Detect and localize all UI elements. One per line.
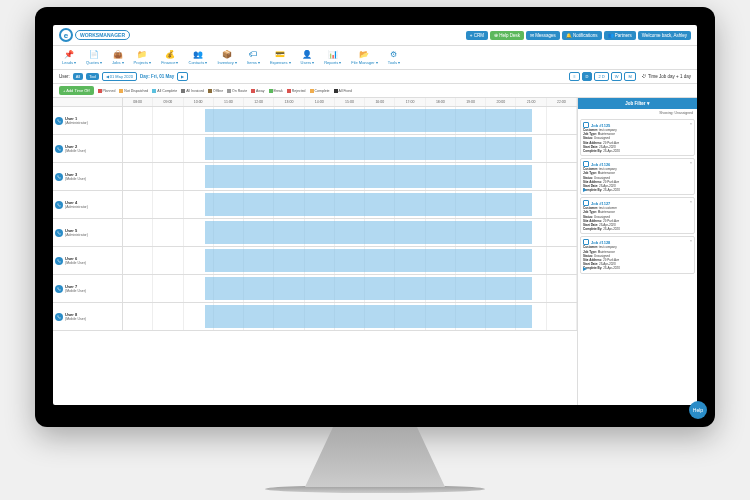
job-filter-header[interactable]: Job Filter ▾: [578, 98, 697, 109]
schedule-row: User 4(Administrator): [53, 191, 577, 219]
time-header-cell: 16:00: [365, 98, 395, 106]
legend-item-6: Away: [251, 89, 265, 93]
legend-item-1: Not Dispatched: [119, 89, 148, 93]
schedule-row: User 6(Mobile User): [53, 247, 577, 275]
legend-item-8: Rejected: [287, 89, 306, 93]
phone-icon: [55, 257, 63, 265]
legend-item-2: All Complete: [152, 89, 177, 93]
play-icon[interactable]: [583, 267, 587, 271]
view-segment-1[interactable]: D: [582, 72, 593, 81]
top-button-5[interactable]: Welcome back, Ashley: [638, 31, 691, 40]
view-segment-3[interactable]: W: [611, 72, 623, 81]
user-cell[interactable]: User 7(Mobile User): [53, 275, 123, 302]
time-header-cell: 13:00: [274, 98, 304, 106]
schedule-row: User 1(Administrator): [53, 107, 577, 135]
nav-contacts[interactable]: 👥Contacts ▾: [186, 49, 211, 66]
job-card[interactable]: ×Job #1128Customer: test companyJob Type…: [580, 236, 695, 273]
time-header-cell: 20:00: [486, 98, 516, 106]
schedule-row: User 8(Mobile User): [53, 303, 577, 331]
nav-items[interactable]: 🏷Items ▾: [244, 49, 263, 66]
user-cell[interactable]: User 3(Mobile User): [53, 163, 123, 190]
user-cell[interactable]: User 4(Administrator): [53, 191, 123, 218]
top-button-2[interactable]: ✉ Messages: [526, 31, 560, 40]
schedule-slots[interactable]: [123, 135, 577, 162]
phone-icon: [55, 173, 63, 181]
nav-tools[interactable]: ⚙Tools ▾: [385, 49, 403, 66]
phone-icon: [55, 145, 63, 153]
phone-icon: [55, 117, 63, 125]
top-button-4[interactable]: 👥 Partners: [604, 31, 636, 40]
view-segment-0[interactable]: ≡: [569, 72, 579, 81]
availability-bar: [205, 137, 532, 160]
phone-icon: [55, 229, 63, 237]
schedule-slots[interactable]: [123, 275, 577, 302]
legend-item-10: All Fixed: [334, 89, 352, 93]
schedule-slots[interactable]: [123, 107, 577, 134]
nav-projects[interactable]: 📁Projects ▾: [131, 49, 155, 66]
time-header-cell: 09:00: [153, 98, 183, 106]
time-job-label: ⏱ Time Job day + 1 day: [642, 74, 691, 79]
nav-quotes[interactable]: 📄Quotes ▾: [83, 49, 105, 66]
availability-bar: [205, 165, 532, 188]
date-prev-button[interactable]: ◀ 01 May 2020: [102, 72, 137, 81]
nav-leads[interactable]: 📌Leads ▾: [59, 49, 79, 66]
view-segment-4[interactable]: M: [624, 72, 635, 81]
user-cell[interactable]: User 2(Mobile User): [53, 135, 123, 162]
nav-inventory[interactable]: 📦Inventory ▾: [214, 49, 240, 66]
schedule-slots[interactable]: [123, 163, 577, 190]
nav-expenses[interactable]: 💳Expenses ▾: [267, 49, 294, 66]
availability-bar: [205, 221, 532, 244]
nav-finance[interactable]: 💰Finance ▾: [158, 49, 181, 66]
date-next-button[interactable]: ▶: [177, 72, 188, 81]
time-header-cell: 15:00: [335, 98, 365, 106]
time-header-cell: 18:00: [426, 98, 456, 106]
legend-item-4: Offline: [208, 89, 223, 93]
user-tod-button[interactable]: Tod: [86, 73, 98, 80]
close-icon[interactable]: ×: [690, 121, 692, 126]
view-segment-2[interactable]: 2 D: [594, 72, 608, 81]
legend-item-0: Planned: [98, 89, 116, 93]
user-cell[interactable]: User 8(Mobile User): [53, 303, 123, 330]
close-icon[interactable]: ×: [690, 238, 692, 243]
schedule-slots[interactable]: [123, 303, 577, 330]
user-cell[interactable]: User 6(Mobile User): [53, 247, 123, 274]
schedule-slots[interactable]: [123, 247, 577, 274]
showing-label: Showing: Unassigned: [578, 109, 697, 117]
logo-text: WORKSMANAGER: [75, 30, 130, 40]
nav-reports[interactable]: 📊Reports ▾: [321, 49, 344, 66]
close-icon[interactable]: ×: [690, 160, 692, 165]
job-card[interactable]: ×Job #1127Customer: test customerJob Typ…: [580, 197, 695, 234]
schedule-slots[interactable]: [123, 219, 577, 246]
time-header-cell: 08:00: [123, 98, 153, 106]
job-card[interactable]: ×Job #1125Customer: test companyJob Type…: [580, 119, 695, 156]
top-button-0[interactable]: + CRM: [466, 31, 488, 40]
legend-item-3: All Invoiced: [181, 89, 204, 93]
top-button-1[interactable]: ⊕ Help Desk: [490, 31, 524, 40]
user-all-button[interactable]: All: [73, 73, 83, 80]
nav-users[interactable]: 👤Users ▾: [298, 49, 318, 66]
add-time-off-button[interactable]: + Add Time Off: [59, 86, 94, 95]
user-filter-label: User:: [59, 74, 70, 79]
time-header-cell: 11:00: [214, 98, 244, 106]
schedule-row: User 5(Administrator): [53, 219, 577, 247]
availability-bar: [205, 109, 532, 132]
legend-item-7: Break: [269, 89, 283, 93]
availability-bar: [205, 249, 532, 272]
legend-item-5: On Route: [227, 89, 247, 93]
play-icon[interactable]: [583, 188, 587, 192]
phone-icon: [55, 285, 63, 293]
user-cell[interactable]: User 1(Administrator): [53, 107, 123, 134]
job-card[interactable]: ×Job #1126Customer: test companyJob Type…: [580, 158, 695, 195]
nav-file manager[interactable]: 📂File Manager ▾: [348, 49, 380, 66]
logo-icon: e: [59, 28, 73, 42]
logo: e WORKSMANAGER: [59, 28, 130, 42]
top-button-3[interactable]: 🔔 Notifications: [562, 31, 602, 40]
nav-jobs[interactable]: 👜Jobs ▾: [109, 49, 127, 66]
close-icon[interactable]: ×: [690, 199, 692, 204]
user-cell[interactable]: User 5(Administrator): [53, 219, 123, 246]
time-header-cell: 12:00: [244, 98, 274, 106]
availability-bar: [205, 277, 532, 300]
schedule-slots[interactable]: [123, 191, 577, 218]
legend-item-9: Complete: [310, 89, 330, 93]
availability-bar: [205, 193, 532, 216]
